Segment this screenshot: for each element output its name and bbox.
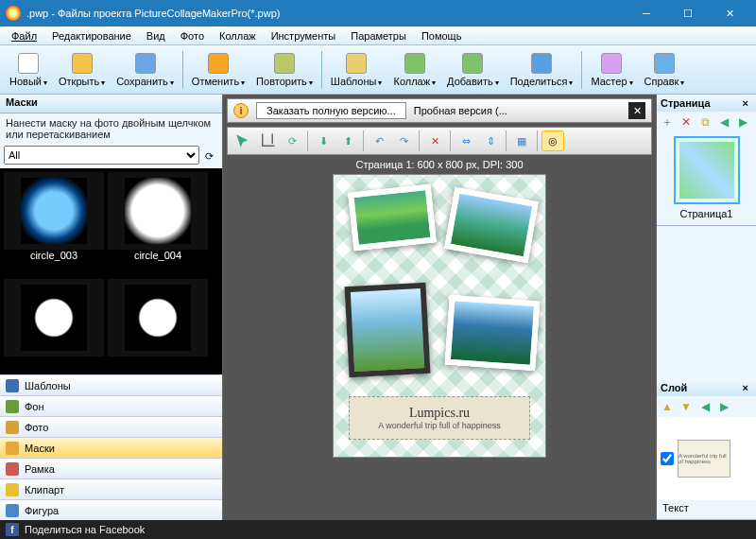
layer-down-icon[interactable]: ⬇ (312, 130, 335, 151)
menu-параметры[interactable]: Параметры (343, 28, 414, 43)
menu-файл[interactable]: Файл (4, 28, 44, 43)
refresh-icon[interactable]: ⟳ (281, 130, 303, 151)
collage-photo[interactable] (348, 184, 437, 252)
menu-коллаж[interactable]: Коллаж (212, 28, 264, 43)
nav-фигура[interactable]: Фигура (0, 499, 222, 520)
banner-title: Lumpics.ru (409, 406, 470, 421)
mask-item[interactable]: circle_003 (4, 172, 104, 275)
mask-label: circle_003 (4, 250, 104, 261)
page-panel-close-icon[interactable]: × (739, 97, 752, 109)
page-panel-title: Страница (661, 97, 711, 109)
toolbar-добавить[interactable]: Добавить▾ (441, 50, 505, 90)
nav-клипарт[interactable]: Клипарт (0, 478, 222, 499)
mask-item[interactable] (4, 279, 104, 371)
layer-panel-close-icon[interactable]: × (739, 382, 752, 393)
mask-label: circle_004 (108, 250, 208, 261)
layer-down-icon[interactable]: ▼ (678, 398, 695, 415)
layer-up-icon[interactable]: ⬆ (336, 130, 359, 151)
prev-page-icon[interactable]: ◀ (715, 113, 732, 130)
collage-photo[interactable] (445, 295, 541, 372)
toolbar-открыть[interactable]: Открыть▾ (53, 50, 111, 90)
share-facebook-link[interactable]: Поделиться на Facebook (25, 524, 145, 535)
page-thumbnail[interactable] (674, 136, 740, 204)
nav-фото[interactable]: Фото (0, 416, 222, 437)
toolbar-отменить[interactable]: Отменить▾ (186, 50, 250, 90)
masks-panel-header: Маски (0, 95, 222, 113)
window-title: .pwp - Файлы проекта PictureCollageMaker… (26, 8, 280, 19)
nav-фон[interactable]: Фон (0, 395, 222, 416)
info-icon: i (233, 103, 249, 118)
rotate-left-icon[interactable]: ↶ (368, 130, 390, 151)
mask-filter-select[interactable]: All (4, 146, 199, 165)
distribute-icon[interactable]: ▦ (510, 130, 533, 151)
masks-hint: Нанести маску на фото двойным щелчком ил… (0, 113, 222, 144)
layer-visible-checkbox[interactable] (661, 452, 674, 465)
menu-помощь[interactable]: Помощь (414, 28, 470, 43)
toolbar-сохранить[interactable]: Сохранить▾ (111, 50, 180, 90)
crop-tool-icon[interactable] (256, 130, 279, 151)
layer-panel-title: Слой (661, 382, 687, 393)
layer-next-icon[interactable]: ▶ (715, 398, 732, 415)
toolbar-новый[interactable]: Новый▾ (4, 50, 53, 90)
layer-item-label: Текст (657, 500, 756, 519)
mask-item[interactable] (108, 279, 208, 371)
menu-вид[interactable]: Вид (139, 28, 173, 43)
next-page-icon[interactable]: ▶ (734, 113, 751, 130)
layer-thumbnail[interactable]: A wonderful trip full of happiness (678, 440, 730, 478)
menu-редактирование[interactable]: Редактирование (44, 28, 139, 43)
trial-label: Пробная версия (... (414, 105, 507, 116)
layer-prev-icon[interactable]: ◀ (696, 398, 713, 415)
select-tool-icon[interactable] (232, 130, 254, 151)
facebook-icon[interactable]: f (6, 523, 19, 536)
copy-page-icon[interactable]: ⧉ (696, 113, 713, 130)
order-full-button[interactable]: Заказать полную версию... (256, 102, 406, 119)
align-h-icon[interactable]: ⇔ (455, 130, 477, 151)
add-page-icon[interactable]: ＋ (659, 113, 676, 130)
rotate-right-icon[interactable]: ↷ (392, 130, 415, 151)
mask-refresh-icon[interactable]: ⟳ (199, 146, 218, 166)
delete-page-icon[interactable]: ✕ (678, 113, 695, 130)
nav-шаблоны[interactable]: Шаблоны (0, 374, 222, 395)
app-icon (6, 6, 21, 21)
infobar-close-icon[interactable]: ✕ (628, 102, 645, 119)
delete-icon[interactable]: ✕ (423, 130, 446, 151)
collage-photo[interactable] (444, 187, 539, 264)
mask-item[interactable]: circle_004 (108, 172, 208, 275)
menu-фото[interactable]: Фото (173, 28, 212, 43)
align-v-icon[interactable]: ⇕ (479, 130, 502, 151)
toolbar-повторить[interactable]: Повторить▾ (250, 50, 318, 90)
maximize-button[interactable]: ☐ (667, 3, 709, 24)
banner-subtitle: A wonderful trip full of happiness (378, 421, 501, 430)
toolbar-коллаж[interactable]: Коллаж▾ (387, 50, 441, 90)
toolbar-справк[interactable]: Справк▾ (639, 50, 691, 90)
layer-up-icon[interactable]: ▲ (659, 398, 676, 415)
page-thumb-label: Страница1 (657, 208, 756, 225)
toolbar-шаблоны[interactable]: Шаблоны▾ (325, 50, 388, 90)
collage-photo[interactable] (345, 283, 431, 377)
nav-маски[interactable]: Маски (0, 437, 222, 458)
collage-canvas[interactable]: Lumpics.ru A wonderful trip full of happ… (333, 174, 546, 458)
collage-banner[interactable]: Lumpics.ru A wonderful trip full of happ… (349, 396, 530, 440)
toolbar-поделиться[interactable]: Поделиться▾ (505, 50, 579, 90)
page-info: Страница 1: 600 x 800 px, DPI: 300 (223, 155, 656, 174)
toolbar-мастер[interactable]: Мастер▾ (585, 50, 638, 90)
nav-рамка[interactable]: Рамка (0, 458, 222, 478)
minimize-button[interactable]: ─ (626, 3, 667, 24)
snap-icon[interactable]: ◎ (541, 130, 564, 151)
close-button[interactable]: ✕ (709, 3, 750, 24)
menu-инструменты[interactable]: Инструменты (264, 28, 344, 43)
